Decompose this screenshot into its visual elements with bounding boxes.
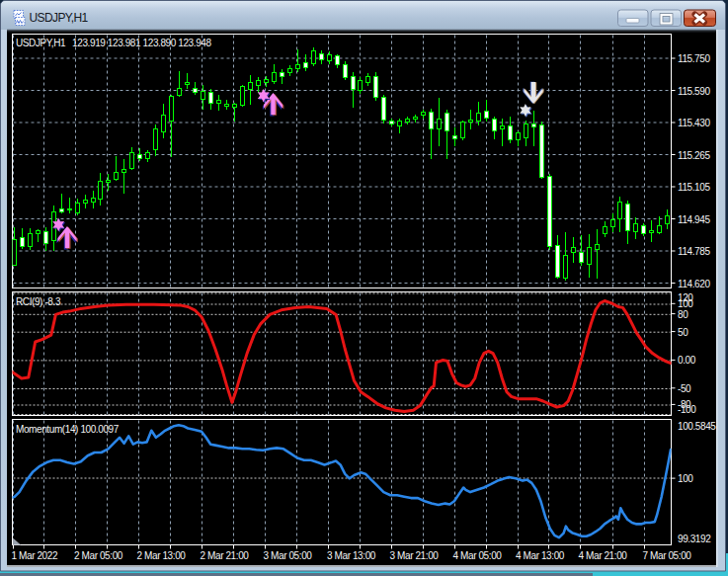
- svg-text:2 Mar 21:00: 2 Mar 21:00: [201, 550, 250, 561]
- svg-text:114.620: 114.620: [678, 279, 710, 289]
- svg-text:-50: -50: [678, 383, 691, 394]
- svg-text:3 Mar 21:00: 3 Mar 21:00: [390, 550, 440, 561]
- svg-text:100: 100: [678, 473, 693, 484]
- svg-text:2 Mar 13:00: 2 Mar 13:00: [137, 550, 187, 561]
- svg-text:0.00: 0.00: [678, 355, 696, 366]
- svg-text:50: 50: [678, 327, 688, 338]
- svg-text:114.945: 114.945: [678, 214, 710, 225]
- svg-text:3 Mar 13:00: 3 Mar 13:00: [327, 550, 376, 561]
- svg-text:114.785: 114.785: [678, 246, 710, 257]
- svg-text:115.430: 115.430: [678, 118, 710, 128]
- svg-text:99.3192: 99.3192: [678, 534, 711, 544]
- svg-text:USDJPY,H1: USDJPY,H1: [30, 11, 89, 25]
- svg-text:100.5845: 100.5845: [678, 421, 716, 432]
- svg-text:1 Mar 2022: 1 Mar 2022: [12, 550, 58, 561]
- svg-text:Momentum(14) 100.0097: Momentum(14) 100.0097: [16, 424, 120, 435]
- svg-text:115.265: 115.265: [678, 150, 710, 161]
- svg-text:USDJPY,H1 123.919 123.981 123: USDJPY,H1 123.919 123.981 123.890 123.94…: [16, 38, 211, 48]
- svg-text:7 Mar 05:00: 7 Mar 05:00: [643, 550, 692, 561]
- svg-text:3 Mar 05:00: 3 Mar 05:00: [264, 550, 313, 561]
- svg-text:4 Mar 13:00: 4 Mar 13:00: [516, 550, 565, 561]
- svg-text:-100: -100: [678, 404, 696, 415]
- svg-text:RCI(9) -8.3: RCI(9) -8.3: [16, 296, 61, 307]
- svg-text:4 Mar 21:00: 4 Mar 21:00: [579, 550, 628, 561]
- svg-text:80: 80: [678, 309, 688, 320]
- svg-text:115.590: 115.590: [678, 86, 710, 97]
- svg-text:115.750: 115.750: [678, 53, 710, 64]
- svg-text:115.105: 115.105: [678, 182, 710, 193]
- svg-text:4 Mar 05:00: 4 Mar 05:00: [453, 550, 503, 561]
- svg-text:2 Mar 05:00: 2 Mar 05:00: [74, 550, 123, 561]
